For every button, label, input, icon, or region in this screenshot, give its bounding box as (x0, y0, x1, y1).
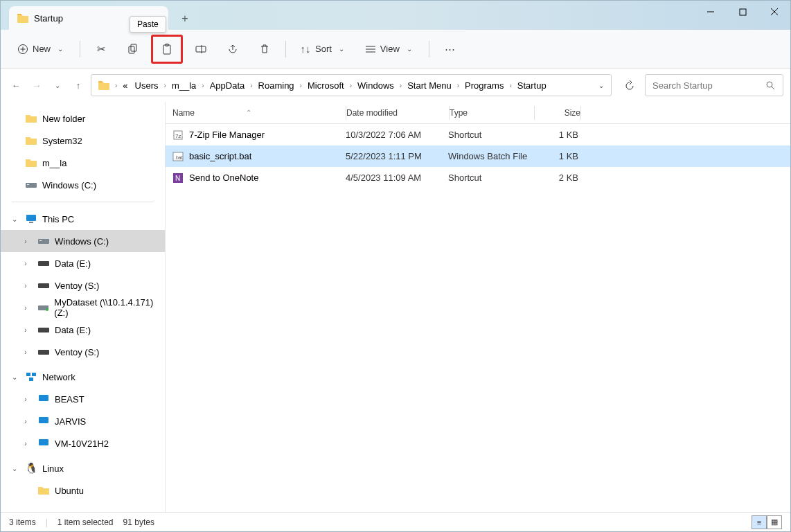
chevron-right-icon[interactable]: › (21, 282, 30, 290)
svg-rect-33 (39, 395, 48, 401)
drive-icon (38, 348, 49, 356)
file-name: Send to OneNote (189, 172, 258, 183)
rename-button[interactable] (187, 37, 215, 62)
sidebar-item[interactable]: Ubuntu (1, 479, 165, 502)
svg-rect-21 (29, 222, 33, 223)
crumb[interactable]: Startup (515, 80, 549, 91)
new-button[interactable]: New ⌄ (10, 37, 73, 62)
column-size[interactable]: Size (535, 108, 580, 118)
chevron-down-icon: ⌄ (336, 44, 347, 55)
address-bar[interactable]: › « Users› m__la› AppData› Roaming› Micr… (91, 74, 612, 96)
recent-button[interactable]: ⌄ (49, 77, 66, 94)
chevron-down-icon[interactable]: ⌄ (10, 373, 19, 381)
view-button[interactable]: View ⌄ (358, 37, 422, 62)
chevron-down-icon[interactable]: ⌄ (596, 80, 607, 91)
svg-rect-30 (26, 373, 30, 376)
list-icon (365, 44, 376, 54)
sidebar-item[interactable]: ›Windows (C:) (1, 230, 165, 252)
sidebar-item-thispc[interactable]: ⌄This PC (1, 208, 165, 230)
forward-button[interactable]: → (28, 77, 45, 94)
drive-icon (26, 181, 37, 189)
sidebar-item-linux[interactable]: ⌄🐧Linux (1, 457, 165, 479)
crumb[interactable]: Programs (462, 80, 506, 91)
file-icon: N (172, 172, 184, 184)
crumb[interactable]: Start Menu (405, 80, 454, 91)
chevron-right-icon[interactable]: › (21, 418, 30, 425)
sidebar-item[interactable]: ›JARVIS (1, 410, 165, 432)
close-button[interactable] (758, 1, 790, 23)
svg-line-17 (772, 87, 774, 89)
svg-rect-8 (131, 44, 136, 51)
svg-rect-7 (129, 46, 134, 53)
copy-button[interactable] (119, 37, 147, 62)
chevron-right-icon[interactable]: › (21, 326, 30, 334)
svg-text:7z: 7z (175, 133, 181, 139)
svg-rect-1 (740, 9, 746, 15)
folder-icon (26, 114, 37, 123)
refresh-button[interactable] (619, 74, 641, 96)
more-icon: ⋯ (445, 44, 456, 55)
details-view-button[interactable]: ≡ (752, 515, 767, 529)
sidebar-item[interactable]: System32 (1, 130, 165, 152)
back-button[interactable]: ← (8, 77, 24, 94)
sidebar-item[interactable]: m__la (1, 152, 165, 174)
svg-rect-31 (32, 373, 36, 376)
sidebar-item[interactable]: Windows (C:) (1, 174, 165, 196)
sidebar-item[interactable]: ›Ventoy (S:) (1, 341, 165, 363)
crumb[interactable]: Microsoft (305, 80, 347, 91)
chevron-right-icon[interactable]: › (21, 440, 30, 447)
svg-rect-19 (27, 184, 29, 185)
minimize-button[interactable] (695, 1, 727, 23)
crumb[interactable]: m__la (169, 80, 199, 91)
trash-icon (259, 44, 270, 55)
sidebar-item[interactable]: ›VM-10V21H2 (1, 432, 165, 454)
table-row[interactable]: NSend to OneNote4/5/2023 11:09 AMShortcu… (166, 167, 790, 188)
chevron-right-icon[interactable]: › (21, 396, 30, 403)
table-row[interactable]: 7z7-Zip File Manager10/3/2022 7:06 AMSho… (166, 124, 790, 145)
column-type[interactable]: Type (450, 108, 534, 118)
more-button[interactable]: ⋯ (436, 37, 464, 62)
up-button[interactable]: ↑ (70, 77, 87, 94)
new-tab-button[interactable]: + (174, 8, 196, 30)
sidebar-item[interactable]: ›Data (E:) (1, 319, 165, 341)
sort-button[interactable]: ↑↓ Sort ⌄ (293, 37, 354, 62)
folder-icon (26, 136, 37, 145)
search-input[interactable]: Search Startup (645, 74, 783, 96)
crumb[interactable]: Users (132, 80, 161, 91)
cut-button[interactable]: ✂ (87, 37, 115, 62)
chevron-down-icon[interactable]: ⌄ (10, 215, 19, 223)
folder-icon (98, 80, 109, 90)
chevron-right-icon[interactable]: › (21, 260, 30, 267)
paste-highlight-box (151, 35, 183, 64)
sidebar-item[interactable]: ›MyDataset (\\10.1.4.171) (Z:) (1, 296, 165, 319)
file-icon: 7z (172, 130, 184, 141)
file-size: 1 KB (533, 130, 578, 140)
column-name[interactable]: Name⌃ (172, 107, 346, 118)
share-button[interactable] (219, 37, 247, 62)
chevron-right-icon[interactable]: › (21, 348, 30, 356)
table-row[interactable]: .batbasic_script.bat5/22/2023 1:11 PMWin… (166, 145, 790, 167)
sidebar-item[interactable]: New folder (1, 107, 165, 130)
paste-button[interactable] (153, 37, 181, 62)
crumb[interactable]: Windows (355, 80, 397, 91)
chevron-right-icon[interactable]: › (21, 238, 30, 245)
crumb[interactable]: Roaming (256, 80, 297, 91)
sidebar-item[interactable]: ›Ventoy (S:) (1, 274, 165, 296)
folder-icon (26, 158, 37, 168)
file-pane: Name⌃ Date modified Type Size 7z7-Zip Fi… (166, 102, 790, 512)
maximize-button[interactable] (727, 1, 758, 23)
sidebar-item-network[interactable]: ⌄Network (1, 366, 165, 388)
delete-button[interactable] (251, 37, 278, 62)
chevron-right-icon[interactable]: › (21, 304, 30, 312)
status-selected: 1 item selected (57, 517, 114, 527)
thumbnails-view-button[interactable]: ▦ (767, 515, 782, 529)
drive-icon (38, 281, 49, 290)
crumb[interactable]: AppData (207, 80, 248, 91)
svg-rect-18 (26, 183, 37, 188)
chevron-down-icon[interactable]: ⌄ (10, 465, 19, 472)
column-date[interactable]: Date modified (346, 108, 449, 118)
navigation-row: ← → ⌄ ↑ › « Users› m__la› AppData› Roami… (1, 69, 790, 102)
sidebar-item[interactable]: ›Data (E:) (1, 252, 165, 274)
sidebar-item[interactable]: ›BEAST (1, 388, 165, 410)
netdrive-icon (38, 303, 48, 312)
